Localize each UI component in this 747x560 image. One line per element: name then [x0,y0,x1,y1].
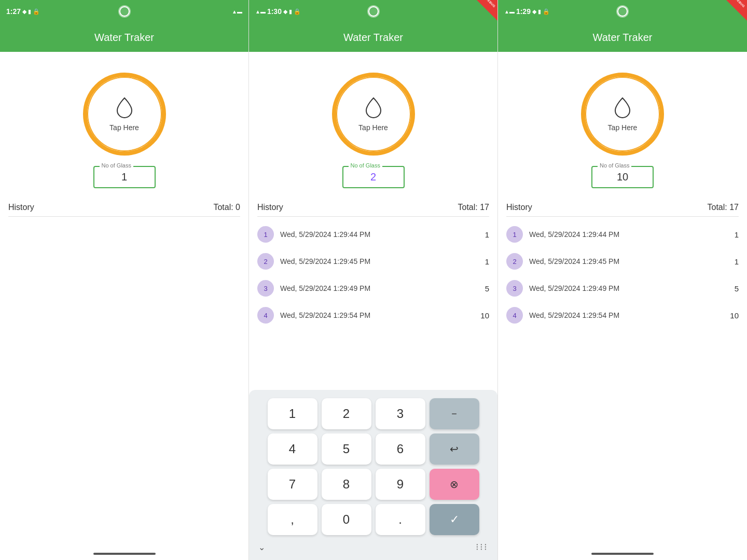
battery-icon-3: ▮ [538,8,541,15]
lock-icon-2: 🔒 [294,8,301,15]
glass-input-label-3: No of Glass [598,162,631,169]
glass-input-container-1: No of Glass 1 [0,166,248,188]
glass-input-value-1[interactable]: 1 [121,171,127,183]
water-ring-2[interactable]: Tap Here [332,73,415,156]
water-ring-container-1: Tap Here [0,62,248,161]
status-left-2: ▲▬ 1:30 ◆ ▮ 🔒 [255,7,301,16]
status-bar-1: 1:27 ◆ ▮ 🔒 ▲▬ [0,0,248,23]
main-content-3: Tap Here No of Glass 10 History Total: 1… [498,52,747,548]
history-section-1: History Total: 0 [0,199,248,217]
drop-icon-1 [115,97,134,121]
key-backspace[interactable]: ⊗ [430,469,479,500]
history-section-3: History Total: 17 1 Wed, 5/29/2024 1:29:… [498,199,747,329]
status-right-1: ▲▬ [232,9,242,15]
key-8[interactable]: 8 [322,469,371,500]
main-content-2: Tap Here No of Glass 2 History Total: 17… [249,52,497,560]
key-5[interactable]: 5 [322,433,371,465]
history-header-1: History Total: 0 [8,199,240,217]
lock-icon-3: 🔒 [543,8,550,15]
history-total-3: Total: 17 [708,203,739,212]
key-comma[interactable]: , [268,504,317,535]
key-1[interactable]: 1 [268,398,317,429]
chevron-down-icon: ⌄ [258,542,265,552]
history-glasses-3-4: 10 [726,311,739,320]
green-dot-3 [617,6,628,17]
glass-input-value-2[interactable]: 2 [370,171,376,183]
history-glasses-2-2: 1 [477,257,489,266]
history-title-3: History [506,203,532,212]
glass-input-wrapper-1[interactable]: No of Glass 1 [93,166,156,188]
lock-icon-1: 🔒 [33,8,40,15]
water-ring-container-2: Tap Here [249,62,497,161]
history-glasses-3-3: 5 [726,284,739,293]
keyboard-row-4: , 0 . ✓ [254,504,492,535]
status-left-3: ▲▬ 1:29 ◆ ▮ 🔒 [504,7,550,16]
glass-input-label-2: No of Glass [349,162,382,169]
green-dot-1 [119,6,130,17]
history-total-2: Total: 17 [458,203,489,212]
time-1: 1:27 [6,7,21,16]
time-2: 1:30 [267,7,282,16]
key-return[interactable]: ↩ [430,433,479,465]
glass-input-wrapper-3[interactable]: No of Glass 10 [591,166,654,188]
water-ring-container-3: Tap Here [498,62,747,161]
history-date-2-2: Wed, 5/29/2024 1:29:45 PM [280,257,471,265]
history-header-3: History Total: 17 [506,199,739,217]
water-ring-1[interactable]: Tap Here [83,73,166,156]
tap-here-label-1[interactable]: Tap Here [109,123,139,132]
history-glasses-3-1: 1 [726,230,739,239]
key-4[interactable]: 4 [268,433,317,465]
wifi-icon-2: ▲▬ [255,9,266,15]
signal-icon-2: ◆ [283,8,287,15]
history-total-1: Total: 0 [213,203,240,212]
glass-input-wrapper-2[interactable]: No of Glass 2 [342,166,405,188]
green-dot-2 [368,6,379,17]
history-date-3-1: Wed, 5/29/2024 1:29:44 PM [529,230,720,239]
history-title-2: History [257,203,283,212]
key-confirm[interactable]: ✓ [430,504,479,535]
glass-input-label-1: No of Glass [100,162,133,169]
key-minus[interactable]: − [430,398,479,429]
list-item: 3 Wed, 5/29/2024 1:29:49 PM 5 [506,275,739,302]
water-ring-3[interactable]: Tap Here [581,73,664,156]
home-indicator-1 [0,548,248,560]
glass-input-value-3[interactable]: 10 [617,171,628,183]
key-dot[interactable]: . [376,504,425,535]
home-bar-1 [93,553,156,555]
battery-icon-1: ▮ [28,8,31,15]
tap-here-label-2[interactable]: Tap Here [358,123,388,132]
tap-here-label-3[interactable]: Tap Here [608,123,638,132]
history-date-2-4: Wed, 5/29/2024 1:29:54 PM [280,311,471,319]
key-3[interactable]: 3 [376,398,425,429]
keyboard-footer-2: ⌄ ⁝⁝⁝ [254,539,492,555]
list-item: 1 Wed, 5/29/2024 1:29:44 PM 1 [257,221,489,248]
status-bar-3: ▲▬ 1:29 ◆ ▮ 🔒 [498,0,747,23]
battery-icon-2: ▮ [289,8,292,15]
debug-badge-3 [726,0,747,21]
debug-badge-2 [477,0,497,21]
key-0[interactable]: 0 [322,504,371,535]
keyboard-row-3: 7 8 9 ⊗ [254,469,492,500]
key-6[interactable]: 6 [376,433,425,465]
phone-panel-2: DEBUG ▲▬ 1:30 ◆ ▮ 🔒 Water Traker Tap Her [249,0,498,560]
time-3: 1:29 [516,7,531,16]
list-item: 3 Wed, 5/29/2024 1:29:49 PM 5 [257,275,489,302]
key-9[interactable]: 9 [376,469,425,500]
history-date-3-2: Wed, 5/29/2024 1:29:45 PM [529,257,720,265]
status-bar-2: ▲▬ 1:30 ◆ ▮ 🔒 [249,0,497,23]
history-badge-3-1: 1 [506,226,523,243]
app-header-2: Water Traker [249,23,497,52]
history-badge-3-4: 4 [506,307,523,324]
home-indicator-3 [498,548,747,560]
history-section-2: History Total: 17 1 Wed, 5/29/2024 1:29:… [249,199,497,329]
keyboard-row-2: 4 5 6 ↩ [254,433,492,465]
phone-panel-3: DEBUG ▲▬ 1:29 ◆ ▮ 🔒 Water Traker Tap Her [498,0,747,560]
history-badge-2-2: 2 [257,253,274,270]
signal-icon-1: ◆ [22,8,26,15]
key-7[interactable]: 7 [268,469,317,500]
history-badge-2-1: 1 [257,226,274,243]
key-2[interactable]: 2 [322,398,371,429]
wifi-icon-3: ▲▬ [504,9,515,15]
wifi-icon-1: ▲▬ [232,9,242,15]
app-title-2: Water Traker [343,32,403,44]
